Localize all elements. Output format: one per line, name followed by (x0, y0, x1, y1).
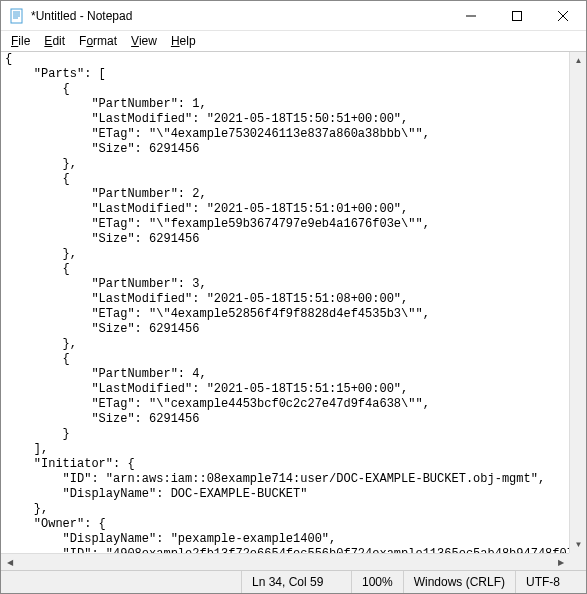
text-editor[interactable]: { "Parts": [ { "PartNumber": 1, "LastMod… (1, 51, 586, 570)
scroll-up-icon[interactable]: ▲ (570, 52, 586, 69)
svg-rect-6 (513, 11, 522, 20)
editor-content[interactable]: { "Parts": [ { "PartNumber": 1, "LastMod… (1, 52, 586, 570)
status-position: Ln 34, Col 59 (242, 571, 352, 593)
status-zoom: 100% (352, 571, 404, 593)
status-bar: Ln 34, Col 59 100% Windows (CRLF) UTF-8 (1, 570, 586, 593)
menu-format-rest: rmat (93, 34, 117, 48)
window-buttons (448, 1, 586, 30)
vertical-scrollbar[interactable]: ▲ ▼ (569, 52, 586, 553)
menu-view-rest: iew (139, 34, 157, 48)
maximize-button[interactable] (494, 1, 540, 30)
status-line-endings: Windows (CRLF) (404, 571, 516, 593)
horizontal-scrollbar[interactable]: ◀ ▶ (1, 553, 569, 570)
menu-file-rest: ile (18, 34, 30, 48)
menu-view[interactable]: View (125, 33, 163, 49)
menu-bar: File Edit Format View Help (1, 31, 586, 51)
menu-file[interactable]: File (5, 33, 36, 49)
scroll-left-icon[interactable]: ◀ (1, 554, 18, 570)
title-bar: *Untitled - Notepad (1, 1, 586, 31)
scrollbar-corner (569, 553, 586, 570)
status-encoding: UTF-8 (516, 571, 586, 593)
scroll-right-icon[interactable]: ▶ (552, 554, 569, 570)
scroll-down-icon[interactable]: ▼ (570, 536, 586, 553)
menu-format[interactable]: Format (73, 33, 123, 49)
menu-edit-rest: dit (52, 34, 65, 48)
minimize-button[interactable] (448, 1, 494, 30)
menu-help[interactable]: Help (165, 33, 202, 49)
status-spacer (1, 571, 242, 593)
close-button[interactable] (540, 1, 586, 30)
vertical-scroll-track[interactable] (570, 69, 586, 536)
menu-edit[interactable]: Edit (38, 33, 71, 49)
window-title: *Untitled - Notepad (31, 9, 448, 23)
menu-help-rest: elp (180, 34, 196, 48)
horizontal-scroll-track[interactable] (18, 554, 552, 570)
notepad-icon (9, 8, 25, 24)
